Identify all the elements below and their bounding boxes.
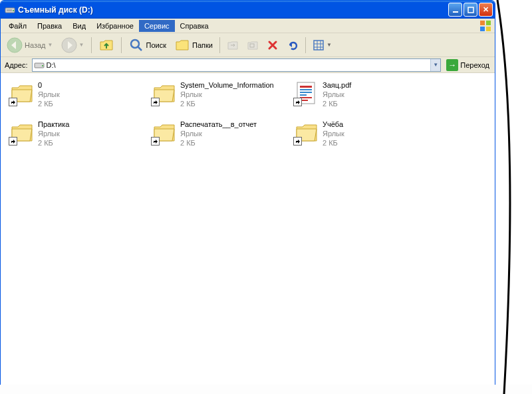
views-button[interactable]: ▼ <box>309 37 335 54</box>
shortcut-overlay-icon <box>9 98 17 106</box>
menubar: Файл Правка Вид Избранное Сервис Справка <box>1 19 495 33</box>
folders-icon <box>174 37 190 53</box>
svg-rect-14 <box>314 41 323 50</box>
file-item[interactable]: Распечатать__в_отчетЯрлык2 КБ <box>150 118 289 149</box>
move-to-icon <box>227 39 239 51</box>
search-button[interactable]: Поиск <box>125 35 170 56</box>
search-label: Поиск <box>146 41 166 49</box>
file-size: 2 КБ <box>323 99 351 108</box>
document-icon <box>293 80 320 106</box>
folder-icon <box>151 80 178 106</box>
back-label: Назад <box>25 41 46 49</box>
folder-icon <box>293 119 320 146</box>
menu-favorites[interactable]: Избранное <box>91 20 139 32</box>
copy-to-icon <box>247 39 259 51</box>
undo-button[interactable] <box>283 37 302 54</box>
file-size: 2 КБ <box>38 138 69 148</box>
address-dropdown[interactable]: ▼ <box>430 59 440 71</box>
window-title: Съемный диск (D:) <box>18 5 448 15</box>
delete-button[interactable] <box>263 37 282 54</box>
file-type: Ярлык <box>38 90 60 99</box>
file-type: Ярлык <box>180 90 274 99</box>
minimize-button[interactable] <box>448 3 462 17</box>
delete-icon <box>267 39 279 51</box>
file-name: Учёба <box>323 120 344 129</box>
maximize-button[interactable] <box>464 3 477 17</box>
file-type: Ярлык <box>38 129 69 138</box>
svg-rect-8 <box>486 27 491 31</box>
menu-file[interactable]: Файл <box>3 20 32 32</box>
separator <box>91 37 92 53</box>
copy-to-button[interactable] <box>243 37 262 54</box>
file-size: 2 КБ <box>323 138 344 148</box>
back-icon <box>7 37 23 53</box>
move-to-button[interactable] <box>223 37 242 54</box>
folder-icon <box>151 119 178 146</box>
address-value: D:\ <box>47 61 431 69</box>
shortcut-overlay-icon <box>293 98 302 106</box>
file-size: 2 КБ <box>180 99 274 108</box>
go-arrow-icon: → <box>446 59 458 71</box>
forward-button[interactable]: ▼ <box>58 35 88 56</box>
folder-icon <box>9 119 35 146</box>
folder-up-icon <box>98 37 114 53</box>
shortcut-overlay-icon <box>9 137 17 146</box>
svg-rect-1 <box>7 9 12 11</box>
file-type: Ярлык <box>323 129 344 138</box>
svg-rect-22 <box>300 86 312 88</box>
close-button[interactable]: ✕ <box>479 3 493 17</box>
separator <box>305 37 306 53</box>
svg-point-2 <box>13 10 14 11</box>
file-item[interactable]: System_Volume_InformationЯрлык2 КБ <box>150 78 289 110</box>
file-type: Ярлык <box>323 90 351 99</box>
address-label: Адрес: <box>3 61 29 69</box>
file-size: 2 КБ <box>38 99 60 108</box>
file-item[interactable]: ПрактикаЯрлык2 КБ <box>7 118 147 149</box>
windows-logo-icon <box>479 19 492 33</box>
file-item[interactable]: УчёбаЯрлык2 КБ <box>292 118 432 149</box>
file-name: System_Volume_Information <box>180 80 274 90</box>
separator <box>121 37 122 53</box>
svg-point-20 <box>42 65 43 66</box>
forward-icon <box>61 37 77 53</box>
go-label: Переход <box>460 61 489 69</box>
svg-rect-6 <box>486 21 491 25</box>
svg-rect-5 <box>480 21 485 25</box>
shortcut-overlay-icon <box>293 137 302 146</box>
search-icon <box>128 37 144 53</box>
go-button[interactable]: → Переход <box>444 58 492 72</box>
back-button[interactable]: Назад ▼ <box>3 35 57 56</box>
page-curve <box>492 0 532 394</box>
titlebar[interactable]: Съемный диск (D:) ✕ <box>1 1 495 19</box>
chevron-down-icon: ▼ <box>48 42 53 48</box>
views-icon <box>313 39 325 51</box>
folders-label: Папки <box>192 41 213 49</box>
file-pane[interactable]: 0Ярлык2 КБSystem_Volume_InformationЯрлык… <box>1 73 495 385</box>
svg-line-12 <box>138 47 142 50</box>
svg-rect-25 <box>300 94 307 96</box>
folders-button[interactable]: Папки <box>171 35 216 56</box>
page-footer-blank <box>0 385 532 394</box>
file-type: Ярлык <box>180 129 257 138</box>
file-size: 2 КБ <box>180 138 257 148</box>
file-item[interactable]: 0Ярлык2 КБ <box>7 78 147 110</box>
menu-edit[interactable]: Правка <box>32 20 67 32</box>
separator <box>219 37 220 53</box>
file-item[interactable]: Заяц.pdfЯрлык2 КБ <box>292 78 432 110</box>
file-name: Практика <box>38 120 69 129</box>
svg-rect-24 <box>300 92 312 93</box>
chevron-down-icon: ▼ <box>327 42 332 48</box>
chevron-down-icon: ▼ <box>79 42 84 48</box>
address-combo[interactable]: D:\ ▼ <box>32 58 442 72</box>
svg-rect-3 <box>453 11 458 13</box>
menu-tools[interactable]: Сервис <box>139 20 175 32</box>
menu-help[interactable]: Справка <box>175 20 214 32</box>
svg-rect-4 <box>468 7 473 13</box>
folder-icon <box>9 80 35 106</box>
explorer-window: Съемный диск (D:) ✕ Файл Правка Вид Избр… <box>0 0 495 385</box>
menu-view[interactable]: Вид <box>67 20 91 32</box>
undo-icon <box>287 39 299 51</box>
up-button[interactable] <box>95 35 118 56</box>
shortcut-overlay-icon <box>151 98 160 106</box>
drive-icon <box>5 5 15 15</box>
